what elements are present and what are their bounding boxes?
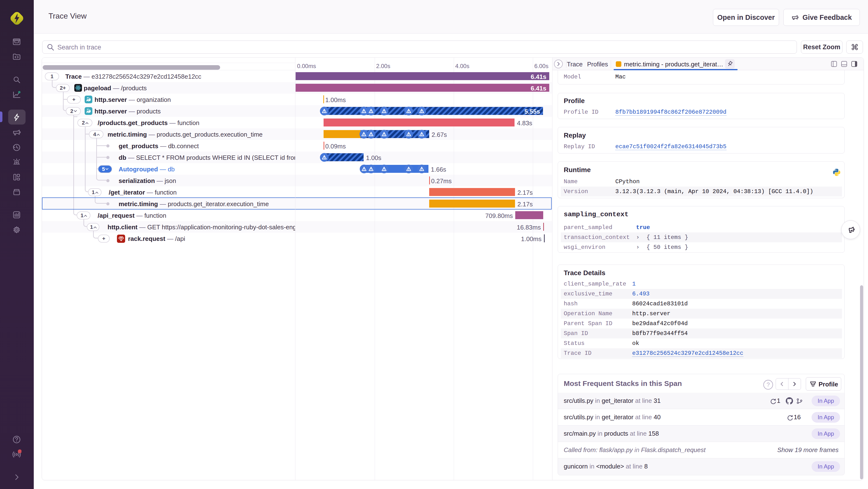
- svg-text:?: ?: [767, 381, 770, 388]
